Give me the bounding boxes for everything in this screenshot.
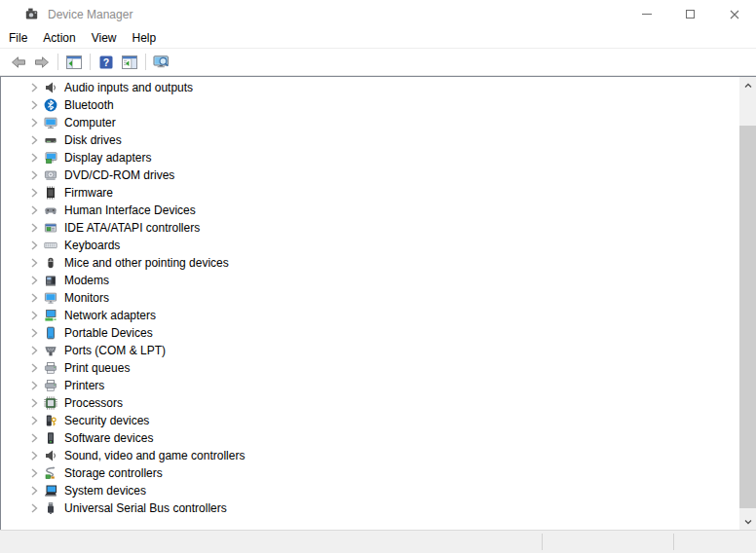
serial-port-icon [44,344,57,357]
tree-item-ports-com-lpt[interactable]: Ports (COM & LPT) [1,342,740,359]
tree-item-storage-controllers[interactable]: Storage controllers [1,464,740,482]
chevron-right-icon[interactable] [28,134,40,146]
minimize-icon [642,14,652,15]
device-tree-panel: Audio inputs and outputs Bluetooth Compu… [0,76,756,530]
show-console-tree-button[interactable] [62,51,86,74]
tree-item-universal-serial-bus-controllers[interactable]: Universal Serial Bus controllers [1,499,740,517]
close-button[interactable] [712,0,756,28]
tree-item-display-adapters[interactable]: Display adapters [1,149,740,166]
tree-item-human-interface-devices[interactable]: Human Interface Devices [1,202,740,219]
chevron-right-icon[interactable] [28,222,40,234]
usb-icon [44,501,57,515]
keyboard-icon [44,239,57,252]
menu-help[interactable]: Help [125,29,165,47]
tree-item-label: Computer [64,116,116,129]
tree-item-computer[interactable]: Computer [1,114,740,131]
tree-item-keyboards[interactable]: Keyboards [1,237,740,254]
tree-item-sound-video-and-game-controllers[interactable]: Sound, video and game controllers [1,447,740,464]
audio-icon [44,81,57,94]
window-controls [624,0,756,28]
vertical-scrollbar[interactable] [739,77,756,530]
tree-item-modems[interactable]: Modems [1,272,740,289]
sound-icon [44,449,57,462]
tree-item-system-devices[interactable]: System devices [1,482,740,499]
chevron-right-icon[interactable] [28,345,40,356]
tree-item-network-adapters[interactable]: Network adapters [1,307,740,324]
print-queue-icon [44,361,57,375]
maximize-icon [686,10,695,18]
show-action-pane-button[interactable] [118,51,141,74]
chevron-right-icon[interactable] [28,292,40,304]
chevron-right-icon[interactable] [28,327,40,339]
ide-controller-icon [44,221,57,235]
security-device-icon [44,414,57,427]
tree-item-label: Portable Devices [64,326,153,340]
tree-item-dvd-cd-rom-drives[interactable]: DVD/CD-ROM drives [1,166,740,184]
tree-item-label: Printers [64,379,104,392]
scrollbar-thumb[interactable] [739,126,756,508]
scrollbar-down-button[interactable] [739,513,756,530]
tree-item-label: Mice and other pointing devices [64,256,229,270]
chevron-right-icon[interactable] [28,82,40,93]
tree-item-label: Software devices [64,431,153,445]
chevron-right-icon[interactable] [28,204,40,216]
tree-item-printers[interactable]: Printers [1,377,740,394]
chevron-right-icon[interactable] [28,432,40,444]
status-bar-divider [673,534,674,550]
chevron-right-icon[interactable] [28,152,40,164]
chevron-right-icon[interactable] [28,397,40,409]
menu-action[interactable]: Action [35,29,83,47]
tree-item-portable-devices[interactable]: Portable Devices [1,324,740,342]
scrollbar-up-button[interactable] [739,77,756,93]
chevron-right-icon[interactable] [28,99,40,111]
title-bar: Device Manager [0,0,756,28]
status-bar-divider [542,534,543,550]
chevron-right-icon[interactable] [28,257,40,269]
chevron-right-icon[interactable] [28,467,40,479]
dvd-drive-icon [44,168,57,182]
tree-item-label: Security devices [64,414,149,427]
tree-item-label: IDE ATA/ATAPI controllers [64,221,200,235]
tree-item-monitors[interactable]: Monitors [1,289,740,307]
help-button[interactable] [94,51,118,74]
chevron-right-icon[interactable] [28,310,40,321]
tree-item-print-queues[interactable]: Print queues [1,359,740,377]
tree-item-disk-drives[interactable]: Disk drives [1,131,740,149]
chevron-right-icon[interactable] [28,502,40,514]
tree-item-audio-inputs-and-outputs[interactable]: Audio inputs and outputs [1,79,740,96]
chevron-right-icon[interactable] [28,380,40,391]
chevron-right-icon[interactable] [28,275,40,286]
menu-view[interactable]: View [84,29,125,47]
maximize-button[interactable] [668,0,712,28]
modem-icon [44,274,57,287]
tree-item-label: Bluetooth [64,98,114,112]
help-icon [98,55,114,69]
chevron-right-icon[interactable] [28,187,40,199]
menu-file[interactable]: File [9,29,35,47]
forward-button[interactable] [30,51,54,74]
tree-item-label: Firmware [64,186,113,200]
tree-item-label: Ports (COM & LPT) [64,344,166,357]
scan-for-hardware-changes-button[interactable] [150,51,173,74]
tree-item-bluetooth[interactable]: Bluetooth [1,96,740,114]
tree-item-software-devices[interactable]: Software devices [1,429,740,447]
chevron-right-icon[interactable] [28,117,40,129]
back-button[interactable] [7,51,30,74]
tree-item-firmware[interactable]: Firmware [1,184,740,202]
chevron-right-icon[interactable] [28,485,40,497]
disk-drive-icon [44,133,57,147]
chevron-right-icon[interactable] [28,362,40,374]
chevron-right-icon[interactable] [28,169,40,181]
chevron-right-icon[interactable] [28,415,40,426]
monitor-icon [44,291,57,305]
tree-item-ide-ata-atapi-controllers[interactable]: IDE ATA/ATAPI controllers [1,219,740,237]
portable-device-icon [44,326,57,340]
chevron-right-icon[interactable] [28,450,40,462]
tree-item-label: Disk drives [64,133,122,147]
chevron-right-icon[interactable] [28,240,40,251]
tree-item-processors[interactable]: Processors [1,394,740,412]
tree-item-security-devices[interactable]: Security devices [1,412,740,429]
toolbar-separator [90,54,91,70]
minimize-button[interactable] [624,0,668,28]
tree-item-mice-and-other-pointing-devices[interactable]: Mice and other pointing devices [1,254,740,272]
